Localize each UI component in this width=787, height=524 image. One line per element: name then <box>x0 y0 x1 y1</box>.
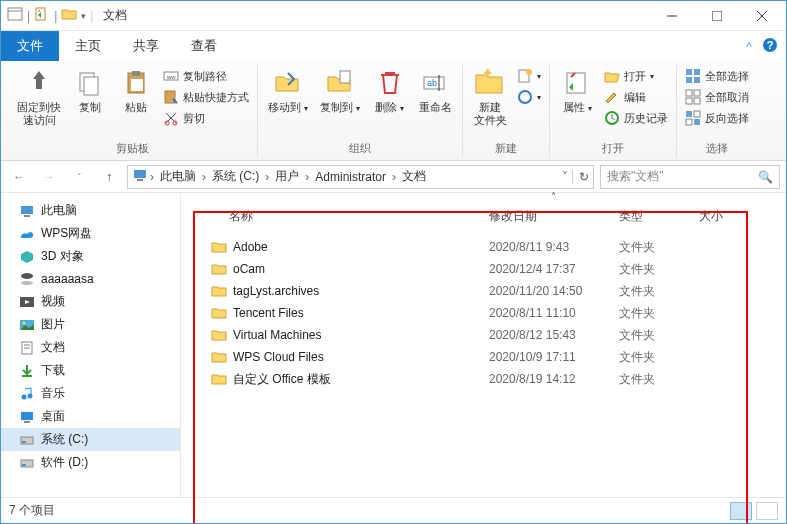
file-row[interactable]: Tencent Files2020/8/11 11:10文件夹 <box>189 302 778 324</box>
svg-point-45 <box>21 281 33 285</box>
breadcrumb[interactable]: 此电脑 <box>156 168 200 185</box>
sort-indicator-icon: ˄ <box>189 191 778 202</box>
close-button[interactable] <box>739 1 784 31</box>
nav-this-pc[interactable]: 此电脑 <box>1 199 180 222</box>
invert-selection-button[interactable]: 反向选择 <box>683 109 751 127</box>
svg-point-25 <box>519 91 531 103</box>
rename-button[interactable]: ab 重命名 <box>414 65 456 116</box>
copy-button[interactable]: 复制 <box>69 65 111 116</box>
crumb-sep-icon[interactable]: › <box>148 170 156 184</box>
file-name: Virtual Machines <box>233 328 489 342</box>
chevron-down-icon: ▾ <box>304 104 308 113</box>
cut-button[interactable]: 剪切 <box>161 109 251 127</box>
select-all-button[interactable]: 全部选择 <box>683 67 751 85</box>
nav-documents[interactable]: 文档 <box>1 336 180 359</box>
refresh-button[interactable]: ↻ <box>572 170 589 184</box>
nav-drive-c[interactable]: 系统 (C:) <box>1 428 180 451</box>
paste-shortcut-button[interactable]: 粘贴快捷方式 <box>161 88 251 106</box>
history-button[interactable]: 历史记录 <box>602 109 670 127</box>
file-type: 文件夹 <box>619 261 699 278</box>
qat-folder-icon[interactable] <box>61 6 77 25</box>
file-row[interactable]: 自定义 Office 模板2020/8/19 14:12文件夹 <box>189 368 778 390</box>
easy-access-button[interactable]: ▾ <box>515 88 543 106</box>
nav-3d[interactable]: 3D 对象 <box>1 245 180 268</box>
edit-button[interactable]: 编辑 <box>602 88 670 106</box>
delete-button[interactable]: 删除 ▾ <box>368 65 410 116</box>
paste-button[interactable]: 粘贴 <box>115 65 157 116</box>
file-row[interactable]: oCam2020/12/4 17:37文件夹 <box>189 258 778 280</box>
file-type: 文件夹 <box>619 283 699 300</box>
svg-rect-4 <box>712 11 722 21</box>
tab-home[interactable]: 主页 <box>59 31 117 61</box>
navigation-pane[interactable]: 此电脑 WPS网盘 3D 对象 aaaaaasa 视频 图片 文档 下载 音乐 … <box>1 193 181 497</box>
ribbon-group-organize: 移动到 ▾ 复制到 ▾ 删除 ▾ ab 重命名 组织 <box>258 65 463 158</box>
file-row[interactable]: Virtual Machines2020/8/12 15:43文件夹 <box>189 324 778 346</box>
file-name: Adobe <box>233 240 489 254</box>
help-icon[interactable]: ? <box>762 37 778 56</box>
breadcrumb[interactable]: 用户 <box>271 168 303 185</box>
address-bar[interactable]: › 此电脑 › 系统 (C:) › 用户 › Administrator › 文… <box>127 165 594 189</box>
status-bar: 7 个项目 <box>1 497 786 523</box>
search-icon: 🔍 <box>758 170 773 184</box>
svg-rect-43 <box>21 206 33 214</box>
copy-to-button[interactable]: 复制到 ▾ <box>316 65 364 116</box>
nav-desktop[interactable]: 桌面 <box>1 405 180 428</box>
nav-up-button[interactable]: ↑ <box>97 165 121 189</box>
breadcrumb[interactable]: 文档 <box>398 168 430 185</box>
nav-forward-button[interactable]: → <box>37 165 61 189</box>
copy-path-button[interactable]: ww复制路径 <box>161 67 251 85</box>
col-size[interactable]: 大小 <box>699 208 759 225</box>
pin-button[interactable]: 固定到快 速访问 <box>13 65 65 129</box>
nav-pictures[interactable]: 图片 <box>1 313 180 336</box>
search-input[interactable]: 搜索"文档" 🔍 <box>600 165 780 189</box>
item-count: 7 个项目 <box>9 502 55 519</box>
open-button[interactable]: 打开 ▾ <box>602 67 670 85</box>
col-type[interactable]: 类型 <box>619 208 699 225</box>
pc-icon <box>132 167 148 186</box>
file-row[interactable]: Adobe2020/8/11 9:43文件夹 <box>189 236 778 258</box>
qat-properties-icon[interactable] <box>34 6 50 25</box>
ribbon-group-label: 剪贴板 <box>116 139 149 158</box>
maximize-button[interactable] <box>694 1 739 31</box>
breadcrumb[interactable]: Administrator <box>311 170 390 184</box>
nav-drive-d[interactable]: 软件 (D:) <box>1 451 180 474</box>
file-list: Adobe2020/8/11 9:43文件夹oCam2020/12/4 17:3… <box>189 232 778 390</box>
icons-view-button[interactable] <box>756 502 778 520</box>
properties-button[interactable]: 属性 ▾ <box>556 65 598 116</box>
col-name[interactable]: 名称 <box>229 208 489 225</box>
nav-videos[interactable]: 视频 <box>1 290 180 313</box>
new-folder-button[interactable]: 新建 文件夹 <box>469 65 511 129</box>
ribbon-collapse-icon[interactable]: ^ <box>746 40 752 54</box>
select-none-button[interactable]: 全部取消 <box>683 88 751 106</box>
tab-file[interactable]: 文件 <box>1 31 59 61</box>
file-list-pane[interactable]: ˄ 名称 修改日期 类型 大小 Adobe2020/8/11 9:43文件夹oC… <box>181 193 786 497</box>
file-date: 2020/11/20 14:50 <box>489 284 619 298</box>
file-type: 文件夹 <box>619 239 699 256</box>
new-item-button[interactable]: ▾ <box>515 67 543 85</box>
tab-view[interactable]: 查看 <box>175 31 233 61</box>
nav-wps[interactable]: WPS网盘 <box>1 222 180 245</box>
column-headers: 名称 修改日期 类型 大小 <box>189 204 778 232</box>
file-row[interactable]: tagLyst.archives2020/11/20 14:50文件夹 <box>189 280 778 302</box>
file-date: 2020/12/4 17:37 <box>489 262 619 276</box>
svg-rect-61 <box>22 464 26 466</box>
nav-back-button[interactable]: ← <box>7 165 31 189</box>
nav-recent-button[interactable]: ˅ <box>67 165 91 189</box>
svg-rect-59 <box>22 441 26 443</box>
details-view-button[interactable] <box>730 502 752 520</box>
tab-share[interactable]: 共享 <box>117 31 175 61</box>
nav-downloads[interactable]: 下载 <box>1 359 180 382</box>
move-to-button[interactable]: 移动到 ▾ <box>264 65 312 116</box>
minimize-button[interactable] <box>649 1 694 31</box>
nav-music[interactable]: 音乐 <box>1 382 180 405</box>
file-name: Tencent Files <box>233 306 489 320</box>
svg-rect-33 <box>686 90 692 96</box>
breadcrumb[interactable]: 系统 (C:) <box>208 168 263 185</box>
svg-point-49 <box>23 321 26 324</box>
qat-dropdown-icon[interactable]: ▾ <box>81 11 86 21</box>
nav-item[interactable]: aaaaaasa <box>1 268 180 290</box>
col-date[interactable]: 修改日期 <box>489 208 619 225</box>
file-row[interactable]: WPS Cloud Files2020/10/9 17:11文件夹 <box>189 346 778 368</box>
file-type: 文件夹 <box>619 371 699 388</box>
address-dropdown-icon[interactable]: ˅ <box>558 170 572 184</box>
